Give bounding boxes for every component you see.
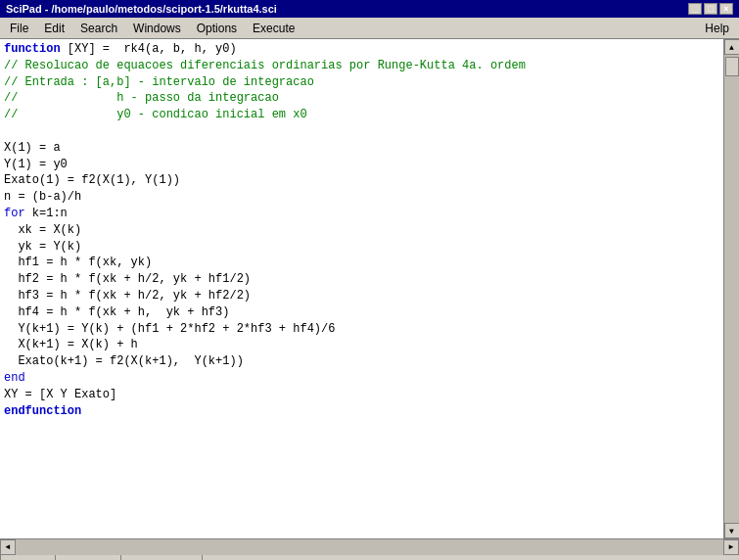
menu-edit[interactable]: Edit [36,20,72,37]
column-status: Column: 3 [56,555,121,560]
title-text: SciPad - /home/paulo/metodos/sciport-1.5… [6,3,277,15]
menu-options[interactable]: Options [189,20,245,37]
menu-windows[interactable]: Windows [125,20,189,37]
scroll-thumb-vertical[interactable] [725,57,739,76]
menu-help[interactable]: Help [697,20,737,37]
scroll-left-button[interactable]: ◄ [0,539,16,555]
scroll-track-horizontal[interactable] [16,539,723,555]
editor-container: function [XY] = rk4(a, b, h, y0) // Reso… [0,39,739,538]
code-area[interactable]: function [XY] = rk4(a, b, h, y0) // Reso… [0,39,723,538]
menu-search[interactable]: Search [72,20,125,37]
scroll-track-vertical[interactable] [724,55,740,523]
code-content: function [XY] = rk4(a, b, h, y0) // Reso… [4,41,719,419]
context-status: Line 15 in rk4 [121,555,203,560]
scroll-up-button[interactable]: ▲ [724,39,740,55]
line-status: Line: 15 [0,555,56,560]
scroll-down-button[interactable]: ▼ [724,523,740,538]
maximize-button[interactable]: □ [704,3,717,15]
minimize-button[interactable]: _ [688,3,702,15]
scrollbar-right: ▲ ▼ [723,39,739,538]
scroll-right-button[interactable]: ► [723,539,739,555]
status-bar: Line: 15 Column: 3 Line 15 in rk4 [0,554,739,560]
title-bar: SciPad - /home/paulo/metodos/sciport-1.5… [0,0,739,18]
scrollbar-bottom: ◄ ► [0,538,739,554]
title-bar-controls: _ □ × [688,3,733,15]
menu-file[interactable]: File [2,20,36,37]
menu-execute[interactable]: Execute [245,20,302,37]
close-button[interactable]: × [719,3,733,15]
menu-bar: File Edit Search Windows Options Execute… [0,18,739,39]
